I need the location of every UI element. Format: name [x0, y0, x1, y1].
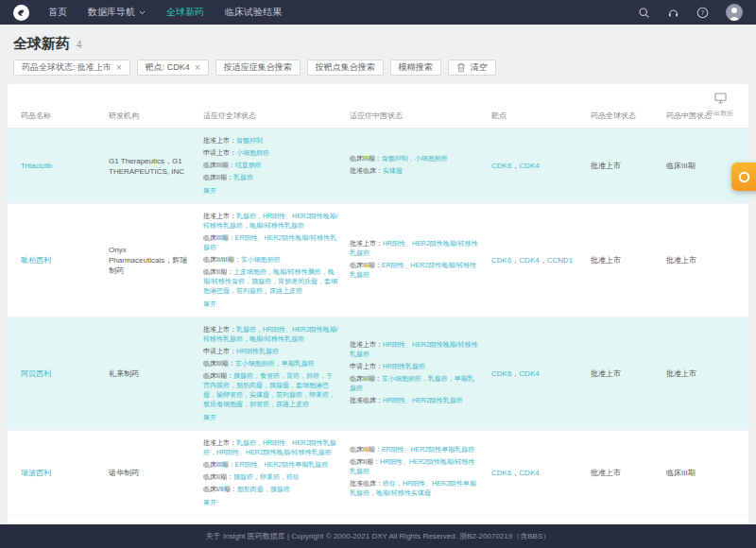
target-link[interactable]: CDK6 — [491, 469, 511, 477]
indication-links[interactable]: 胰腺癌，卵巢癌，癌症 — [233, 473, 300, 480]
indication-line: 批准上市：HR阳性、HER2阴性晚期/转移性乳腺癌 — [350, 340, 480, 359]
nav-item-global-new-drugs[interactable]: 全球新药 — [166, 6, 204, 19]
footer-text: 关于 Insight 医药数据库 | Copyright © 2000-2021… — [206, 531, 550, 541]
target-link[interactable]: CDK6 — [491, 369, 511, 378]
indication-links[interactable]: 非小细胞肺癌，早期乳腺癌 — [235, 360, 315, 367]
stage-label: 临床III期： — [203, 461, 235, 468]
top-navbar: 首页 数据库导航 全球新药 临床试验结果 ? — [0, 0, 756, 25]
drug-name-link[interactable]: 阿贝西利 — [21, 369, 51, 378]
target-link[interactable]: CDK6 — [491, 162, 511, 170]
nav-item-label: 临床试验结果 — [225, 6, 282, 19]
indication-links[interactable]: 非小细胞肺癌 — [241, 256, 281, 263]
indication-links[interactable]: 骨髓抑制 — [236, 137, 263, 144]
expand-link[interactable]: 展开 — [203, 186, 216, 196]
drug-name-link[interactable]: Trilaciclib — [21, 162, 52, 170]
insight-logo[interactable] — [13, 5, 29, 21]
indication-line: 临床II期：胰腺癌，食管癌，胃癌，肺癌，子宫内膜癌，脂肪肉瘤，胰腺瘤，套细胞淋巴… — [203, 371, 338, 409]
indication-line: 临床III期：骨髓抑制，小细胞肺癌 — [350, 154, 480, 163]
stage-label: 临床II期： — [203, 473, 233, 480]
navbar-right: ? — [638, 4, 743, 21]
indication-links[interactable]: 实体瘤 — [383, 167, 403, 174]
page-header: 全球新药 4 — [0, 25, 756, 60]
indication-line: 临床II期：HR阳性、HER2阴性晚期/转移性乳腺癌 — [350, 457, 480, 476]
button-label: 按靶点集合搜索 — [316, 61, 375, 74]
org-cell: Onyx Pharmaceuticals，辉瑞制药 — [109, 245, 203, 276]
indication-links[interactable]: 脂肪肉瘤，胰腺癌 — [237, 486, 290, 492]
targets-cell: CDK6，CDK4，CCND1 — [491, 255, 591, 265]
nav-item-clinical-trial-results[interactable]: 临床试验结果 — [225, 6, 282, 19]
headset-icon[interactable] — [667, 7, 679, 19]
org-cell: 礼来制药 — [109, 368, 203, 379]
search-by-target-set-button[interactable]: 按靶点集合搜索 — [307, 60, 384, 76]
indication-line: 临床III期：ER阳性、HER2阴性早期乳腺癌 — [350, 445, 480, 454]
indication-links[interactable]: 骨髓抑制，小细胞肺癌 — [382, 155, 448, 162]
indication-line: 批准上市：乳腺癌，HR阳性、HER2阴性晚期/转移性乳腺癌，晚期/转移性乳腺癌 — [203, 212, 338, 231]
indication-links[interactable]: HR阳性、HER2阴性乳腺癌 — [383, 397, 463, 403]
filter-chip-global-status[interactable]: 药品全球状态: 批准上市 × — [13, 60, 130, 76]
nav-item-home[interactable]: 首页 — [48, 6, 67, 19]
indication-links[interactable]: 乳腺癌 — [233, 174, 253, 180]
drug-name-link[interactable]: 哌柏西利 — [21, 256, 51, 265]
export-data-button[interactable]: 导出数据 — [707, 91, 733, 118]
close-icon[interactable]: × — [116, 63, 122, 73]
clear-filters-button[interactable]: 清空 — [448, 60, 496, 76]
expand-link[interactable]: 展开 — [203, 300, 216, 309]
targets-cell: CDK6，CDK4 — [491, 161, 591, 171]
indication-line: 临床III期：ER阳性、HER2阴性早期乳腺癌 — [203, 460, 338, 470]
filter-chip-target[interactable]: 靶点: CDK4 × — [137, 60, 209, 76]
search-icon[interactable] — [638, 7, 650, 19]
page-title: 全球新药 — [13, 35, 70, 53]
indication-links[interactable]: ER阳性、HER2阴性早期乳腺癌 — [235, 461, 328, 468]
indication-links[interactable]: HR阳性乳腺癌 — [236, 348, 279, 354]
global-indications-cell: 批准上市：乳腺癌，HR阳性、HER2阴性晚期/转移性乳腺癌，晚期/转移性乳腺癌申… — [203, 325, 350, 422]
chevron-down-icon — [139, 10, 146, 15]
close-icon[interactable]: × — [195, 63, 200, 73]
indication-line: 临床III期：非小细胞肺癌，早期乳腺癌 — [203, 359, 338, 368]
user-avatar[interactable] — [726, 4, 743, 21]
stage-label: 临床III期： — [203, 360, 235, 367]
button-label: 清空 — [471, 61, 488, 74]
fuzzy-search-button[interactable]: 模糊搜索 — [390, 60, 441, 76]
search-by-indication-set-button[interactable]: 按适应症集合搜索 — [215, 60, 301, 76]
stage-label: 批准临床： — [350, 397, 383, 403]
export-label: 导出数据 — [707, 109, 733, 118]
china-status: 临床III期 — [666, 468, 748, 478]
indication-links[interactable]: HR阳性乳腺癌 — [383, 363, 425, 369]
service-floating-button[interactable] — [731, 163, 756, 191]
target-link[interactable]: CDK4 — [519, 256, 539, 265]
target-link[interactable]: CDK4 — [519, 469, 539, 477]
indication-line: 批准上市：乳腺癌，HR阳性、HER2阴性乳腺癌，HR阳性、HER2阴性晚期/转移… — [203, 438, 338, 457]
indication-line: 申请上市：HR阳性乳腺癌 — [203, 347, 338, 356]
global-status: 批准上市 — [591, 161, 666, 171]
logo-icon — [16, 8, 26, 18]
indication-links[interactable]: 结直肠癌 — [235, 162, 262, 168]
targets-cell: CDK6，CDK4 — [491, 368, 591, 379]
target-link[interactable]: CDK6 — [491, 256, 511, 265]
trash-icon — [456, 62, 466, 73]
indication-line: 临床I/II期：脂肪肉瘤，胰腺癌 — [203, 485, 338, 494]
expand-link[interactable]: 展开 — [203, 413, 216, 422]
target-link[interactable]: CDK4 — [519, 369, 539, 378]
nav-item-database-nav[interactable]: 数据库导航 — [88, 6, 146, 19]
indication-links[interactable]: ER阳性、HER2阴性早期乳腺癌 — [382, 446, 474, 453]
stage-label: 临床I/II期： — [203, 486, 237, 492]
indication-links[interactable]: 小细胞肺癌 — [236, 149, 269, 156]
global-status: 批准上市 — [591, 368, 666, 379]
help-icon[interactable]: ? — [696, 7, 709, 19]
indication-line: 临床III期：ER阳性、HER2阴性晚期/转移性乳腺癌 — [350, 261, 480, 280]
column-header: 研发机构 — [109, 111, 203, 121]
target-link[interactable]: CDK4 — [519, 162, 539, 170]
stage-label: 临床II期： — [203, 174, 233, 180]
table-row: 哌柏西利 Onyx Pharmaceuticals，辉瑞制药 批准上市：乳腺癌，… — [8, 204, 748, 317]
indication-line: 批准临床：HR阳性、HER2阴性乳腺癌 — [350, 396, 480, 405]
expand-link[interactable]: 展开 — [203, 498, 216, 507]
column-header: 靶点 — [491, 111, 591, 121]
nav-item-label: 数据库导航 — [88, 6, 135, 19]
china-status: 批准上市 — [666, 368, 748, 379]
stage-label: 批准上市： — [350, 240, 383, 247]
person-icon — [726, 4, 743, 21]
target-link[interactable]: CCND1 — [547, 256, 574, 265]
drug-name-link[interactable]: 瑞波西利 — [21, 469, 51, 477]
stage-label: 批准上市： — [203, 213, 236, 219]
indication-line: 申请上市：HR阳性乳腺癌 — [350, 362, 480, 371]
